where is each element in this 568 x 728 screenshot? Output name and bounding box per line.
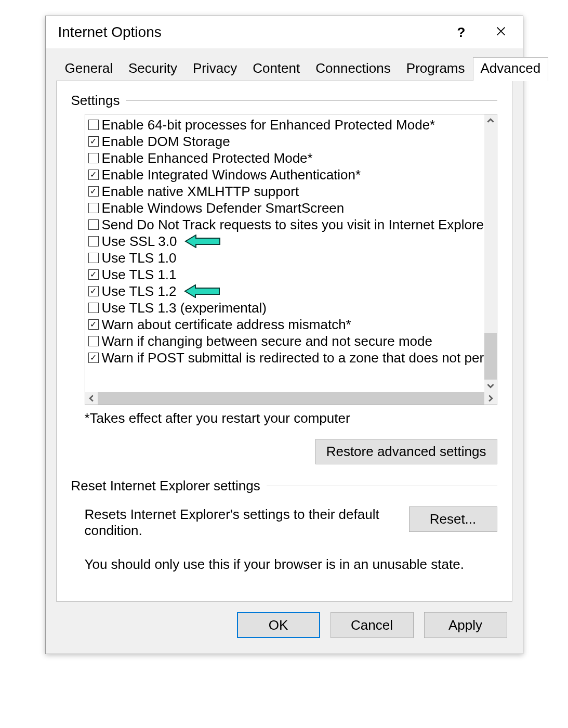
checkbox-icon[interactable]: [88, 153, 99, 163]
tab-content[interactable]: Content: [245, 57, 308, 81]
settings-item-label: Warn if changing between secure and not …: [102, 333, 432, 349]
tab-bar: General Security Privacy Content Connect…: [46, 48, 523, 81]
apply-button[interactable]: Apply: [424, 612, 507, 638]
h-scrollbar-track[interactable]: [98, 392, 484, 405]
checkbox-icon[interactable]: ✓: [88, 286, 99, 296]
close-icon: [495, 24, 507, 41]
settings-item[interactable]: Use SSL 3.0: [88, 233, 481, 250]
reset-description: Resets Internet Explorer's settings to t…: [85, 506, 399, 539]
checkbox-icon[interactable]: ✓: [88, 269, 99, 280]
horizontal-scrollbar[interactable]: [85, 392, 497, 405]
checkbox-icon[interactable]: [88, 236, 99, 246]
tab-general[interactable]: General: [57, 57, 121, 81]
settings-item-label: Enable 64-bit processes for Enhanced Pro…: [102, 116, 435, 133]
settings-item[interactable]: Warn if changing between secure and not …: [88, 333, 481, 349]
tab-connections[interactable]: Connections: [308, 57, 399, 81]
settings-item[interactable]: Use TLS 1.0: [88, 250, 481, 266]
settings-item-label: Enable native XMLHTTP support: [102, 183, 299, 200]
close-button[interactable]: [488, 20, 513, 45]
tab-programs[interactable]: Programs: [399, 57, 473, 81]
settings-item-label: Warn about certificate address mismatch*: [102, 316, 351, 333]
settings-item-label: Enable Enhanced Protected Mode*: [102, 150, 313, 166]
reset-group: Reset Internet Explorer settings: [71, 478, 497, 494]
checkbox-icon[interactable]: ✓: [88, 170, 99, 180]
annotation-arrow-icon: [184, 284, 220, 298]
settings-item-label: Enable Integrated Windows Authentication…: [102, 166, 361, 183]
scroll-up-icon[interactable]: [484, 114, 497, 127]
scroll-down-icon[interactable]: [484, 380, 497, 392]
settings-group: Settings: [71, 93, 497, 109]
advanced-panel: Settings Enable 64-bit processes for Enh…: [56, 81, 512, 602]
settings-group-label: Settings: [71, 93, 120, 109]
settings-item[interactable]: Send Do Not Track requests to sites you …: [88, 216, 481, 233]
settings-item-label: Warn if POST submittal is redirected to …: [102, 349, 484, 366]
settings-item[interactable]: ✓Enable DOM Storage: [88, 133, 481, 150]
tab-security[interactable]: Security: [121, 57, 185, 81]
settings-item[interactable]: Enable 64-bit processes for Enhanced Pro…: [88, 116, 481, 133]
checkbox-icon[interactable]: ✓: [88, 186, 99, 197]
checkbox-icon[interactable]: ✓: [88, 319, 99, 330]
settings-item-label: Use TLS 1.2: [102, 283, 177, 300]
settings-item[interactable]: ✓Use TLS 1.1: [88, 266, 481, 283]
settings-item-label: Use TLS 1.1: [102, 266, 177, 283]
checkbox-icon[interactable]: [88, 219, 99, 230]
settings-item[interactable]: Enable Windows Defender SmartScreen: [88, 200, 481, 216]
settings-item-label: Use TLS 1.0: [102, 250, 177, 266]
settings-item[interactable]: ✓Use TLS 1.2: [88, 283, 481, 300]
help-button[interactable]: ?: [449, 20, 474, 45]
dialog-button-row: OK Cancel Apply: [46, 612, 523, 654]
settings-item-label: Use SSL 3.0: [102, 233, 177, 250]
reset-button[interactable]: Reset...: [409, 506, 497, 532]
tab-privacy[interactable]: Privacy: [185, 57, 245, 81]
ok-button[interactable]: OK: [237, 612, 320, 638]
reset-tip: You should only use this if your browser…: [85, 556, 497, 573]
scrollbar-thumb[interactable]: [484, 333, 497, 380]
annotation-arrow-icon: [184, 235, 221, 248]
checkbox-icon[interactable]: ✓: [88, 136, 99, 147]
settings-item[interactable]: Enable Enhanced Protected Mode*: [88, 150, 481, 166]
settings-item-label: Enable DOM Storage: [102, 133, 230, 150]
settings-item[interactable]: Use TLS 1.3 (experimental): [88, 300, 481, 316]
settings-item-label: Enable Windows Defender SmartScreen: [102, 200, 345, 216]
internet-options-dialog: Internet Options ? General Security Priv…: [45, 16, 523, 654]
restore-advanced-button[interactable]: Restore advanced settings: [315, 439, 497, 464]
checkbox-icon[interactable]: ✓: [88, 353, 99, 363]
scrollbar-track[interactable]: [484, 127, 497, 380]
scroll-right-icon[interactable]: [484, 392, 497, 405]
restart-footnote: *Takes effect after you restart your com…: [85, 410, 497, 426]
settings-item[interactable]: ✓Warn about certificate address mismatch…: [88, 316, 481, 333]
checkbox-icon[interactable]: [88, 120, 99, 130]
scroll-left-icon[interactable]: [85, 392, 98, 405]
settings-item[interactable]: ✓Warn if POST submittal is redirected to…: [88, 349, 481, 366]
settings-treeview[interactable]: Enable 64-bit processes for Enhanced Pro…: [85, 114, 497, 405]
checkbox-icon[interactable]: [88, 336, 99, 346]
titlebar: Internet Options ?: [46, 16, 523, 48]
settings-item-label: Send Do Not Track requests to sites you …: [102, 216, 484, 233]
reset-group-label: Reset Internet Explorer settings: [71, 478, 260, 494]
tab-advanced[interactable]: Advanced: [473, 57, 549, 81]
settings-item[interactable]: ✓Enable native XMLHTTP support: [88, 183, 481, 200]
vertical-scrollbar[interactable]: [484, 114, 497, 392]
checkbox-icon[interactable]: [88, 203, 99, 213]
checkbox-icon[interactable]: [88, 253, 99, 263]
settings-item-label: Use TLS 1.3 (experimental): [102, 300, 267, 316]
cancel-button[interactable]: Cancel: [331, 612, 414, 638]
dialog-title: Internet Options: [58, 24, 449, 41]
settings-item[interactable]: ✓Enable Integrated Windows Authenticatio…: [88, 166, 481, 183]
checkbox-icon[interactable]: [88, 303, 99, 313]
